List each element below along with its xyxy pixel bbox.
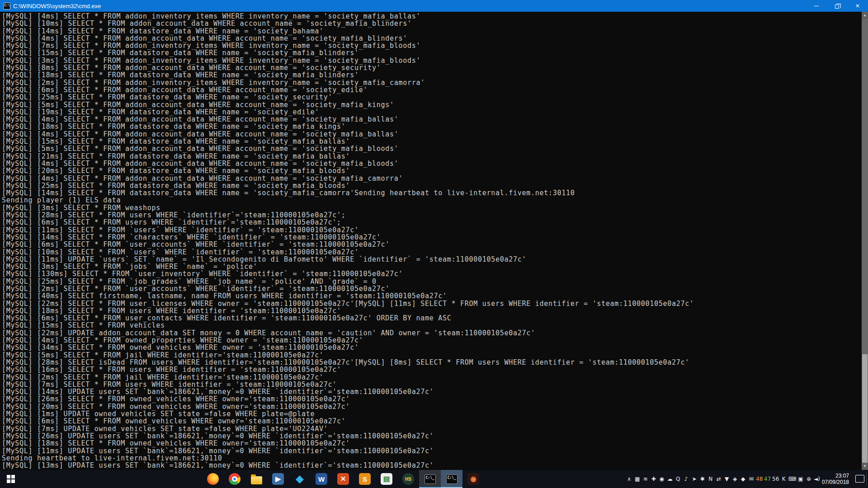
taskbar-app-button-firefox[interactable] xyxy=(202,470,224,488)
start-button[interactable] xyxy=(0,470,22,488)
tray-icon[interactable]: K xyxy=(780,476,788,482)
taskbar-clock[interactable]: 23:07 07/09/2018 xyxy=(822,470,849,488)
console-line: [MySQL] [20ms] SELECT * FROM datastore_d… xyxy=(2,167,862,174)
console-line: [MySQL] [5ms] SELECT * FROM jail WHERE i… xyxy=(2,352,862,359)
tray-icon[interactable]: ☁ xyxy=(666,476,674,482)
tray-icon[interactable]: ⌨ xyxy=(788,476,797,482)
app-icon: ✕ xyxy=(337,473,349,485)
console-line: [MySQL] [6ms] SELECT * FROM user_contact… xyxy=(2,314,862,322)
console-line: [MySQL] [11ms] UPDATE `users` SET `name`… xyxy=(2,256,862,263)
taskbar-app-button-movies-app[interactable]: ▶ xyxy=(267,470,289,488)
action-center-icon[interactable] xyxy=(855,475,864,483)
console-output[interactable]: [MySQL] [4ms] SELECT * FROM addon_invent… xyxy=(0,12,862,470)
scrollbar-thumb[interactable] xyxy=(862,354,868,466)
minimize-icon xyxy=(814,6,819,6)
console-line: [MySQL] [4ms] SELECT * FROM addon_accoun… xyxy=(2,175,862,182)
tray-icon[interactable]: ➤ xyxy=(690,476,698,482)
console-line: [MySQL] [22ms] UPDATE addon_account_data… xyxy=(2,329,862,337)
titlebar[interactable]: C:\ C:\WINDOWS\system32\cmd.exe ✕ xyxy=(0,0,868,12)
console-line: [MySQL] [6ms] SELECT * FROM users WHERE … xyxy=(2,219,862,226)
console-line: [MySQL] [1ms] UPDATE owned_vehicles SET … xyxy=(2,410,862,418)
tray-icon[interactable]: ▦ xyxy=(633,476,642,482)
console-line: [MySQL] [11ms] SELECT * FROM `users` WHE… xyxy=(2,226,862,234)
tray-icon[interactable]: ✱ xyxy=(698,476,707,482)
taskbar-app-button-media-editor[interactable]: ◉ xyxy=(462,470,484,488)
console-line: [MySQL] [2ms] SELECT * FROM addon_invent… xyxy=(2,79,862,86)
console-line: Sending player (1) ELS data xyxy=(2,197,862,204)
taskbar-app-button-notes-app[interactable]: ▤ xyxy=(376,470,397,488)
tray-icon[interactable]: ⇄ xyxy=(715,476,723,482)
taskbar-app-button-diamond-app[interactable]: ◆ xyxy=(289,470,311,488)
tray-icon[interactable]: ∧ xyxy=(625,476,633,482)
tray-icon[interactable]: ◈ xyxy=(731,476,739,482)
tray-icon[interactable]: N xyxy=(707,476,715,482)
console-line: [MySQL] [4ms] SELECT * FROM addon_accoun… xyxy=(2,160,862,167)
tray-icon[interactable]: 48 xyxy=(755,476,764,482)
app-icon: C:\_ xyxy=(425,474,436,484)
console-line: [MySQL] [10ms] SELECT * FROM addon_accou… xyxy=(2,20,862,27)
console-line: [MySQL] [5ms] SELECT * FROM addon_accoun… xyxy=(2,101,862,108)
console-line: [MySQL] [4ms] SELECT * FROM owned_proper… xyxy=(2,337,862,344)
tray-icon[interactable]: ▣ xyxy=(797,476,805,482)
console-line: [MySQL] [14ms] SELECT * FROM datastore_d… xyxy=(2,28,862,35)
restore-icon xyxy=(835,5,839,9)
console-line: [MySQL] [18ms] SELECT * FROM owned_vehic… xyxy=(2,440,862,447)
scroll-up-icon[interactable]: ▲ xyxy=(862,12,868,19)
console-line: [MySQL] [34ms] SELECT * FROM owned_vehic… xyxy=(2,344,862,351)
taskbar-apps: ▶ ◆ W ✕ S ▤ HS C:\_ C:\_ ◉ xyxy=(202,470,484,488)
app-icon: ▶ xyxy=(272,473,284,485)
console-line: [MySQL] [10ms] SELECT * FROM `users` WHE… xyxy=(2,249,862,256)
console-line: [MySQL] [25ms] SELECT * FROM `job_grades… xyxy=(2,278,862,285)
console-line: [MySQL] [14ms] SELECT * FROM `characters… xyxy=(2,234,862,241)
cmd-window: C:\ C:\WINDOWS\system32\cmd.exe ✕ [MySQL… xyxy=(0,0,868,470)
tray-icon[interactable]: 56 xyxy=(772,476,780,482)
app-icon: C:\_ xyxy=(446,474,458,484)
taskbar-app-button-file-explorer[interactable] xyxy=(245,470,267,488)
console-line: [MySQL] [25ms] SELECT * FROM datastore_d… xyxy=(2,94,862,101)
tray-icon[interactable]: ♪ xyxy=(682,476,690,482)
tray-icon[interactable]: ◉ xyxy=(658,476,666,482)
taskbar-app-button-cmd[interactable]: C:\_ xyxy=(419,470,441,488)
taskbar-app-button-s-app[interactable]: S xyxy=(354,470,376,488)
console-line: [MySQL] [15ms] SELECT * FROM datastore_d… xyxy=(2,138,862,145)
tray-icon[interactable]: ≋ xyxy=(642,476,650,482)
console-line: [MySQL] [15ms] SELECT * FROM vehicles xyxy=(2,322,862,329)
taskbar-app-button-chrome[interactable] xyxy=(224,470,245,488)
show-desktop-button[interactable] xyxy=(866,473,868,485)
console-line: [MySQL] [25ms] SELECT * FROM datastore_d… xyxy=(2,182,862,189)
tray-icon[interactable]: ✚ xyxy=(650,476,658,482)
taskbar-app-button-console-user[interactable]: C:\_ xyxy=(441,470,462,488)
console-line: [MySQL] [130ms] SELECT * FROM `user_inve… xyxy=(2,270,862,277)
tray-icon[interactable]: Q xyxy=(674,476,682,482)
console-line: [MySQL] [26ms] UPDATE users SET `bank`=1… xyxy=(2,432,862,440)
console-line: [MySQL] [11ms] UPDATE users SET `bank`=1… xyxy=(2,447,862,455)
taskbar-app-button-word[interactable]: W xyxy=(311,470,332,488)
app-icon: W xyxy=(316,473,327,485)
console-line: [MySQL] [18ms] SELECT * FROM datastore_d… xyxy=(2,71,862,79)
console-line: [MySQL] [26ms] SELECT * FROM owned_vehic… xyxy=(2,395,862,403)
app-icon: ▤ xyxy=(381,473,392,485)
tray-icon[interactable]: 47 xyxy=(764,476,772,482)
tray-icon[interactable]: ▼ xyxy=(723,476,731,482)
app-icon xyxy=(251,476,262,484)
scroll-down-icon[interactable]: ▼ xyxy=(862,463,868,470)
taskbar: ▶ ◆ W ✕ S ▤ HS C:\_ C:\_ ◉ ∧▦≋✚◉☁Q♪➤✱N⇄▼… xyxy=(0,470,868,488)
console-line: [MySQL] [40ms] SELECT firstname, lastnam… xyxy=(2,292,862,300)
cmd-icon-text: C:\ xyxy=(4,3,10,7)
console-line: [MySQL] [6ms] SELECT * FROM `user_accoun… xyxy=(2,241,862,248)
console-line: [MySQL] [4ms] SELECT * FROM addon_accoun… xyxy=(2,116,862,123)
console-line: [MySQL] [14ms] UPDATE users SET `bank`=1… xyxy=(2,388,862,395)
tray-icon[interactable]: ✉ xyxy=(747,476,755,482)
console-line: [MySQL] [5ms] SELECT * FROM addon_accoun… xyxy=(2,145,862,152)
taskbar-app-button-hs-app[interactable]: HS xyxy=(397,470,419,488)
console-line: [MySQL] [15ms] SELECT * FROM datastore_d… xyxy=(2,49,862,56)
console-line: [MySQL] [6ms] SELECT * FROM addon_accoun… xyxy=(2,86,862,94)
tray-icon[interactable]: ◆ xyxy=(739,476,747,482)
taskbar-app-button-x-app[interactable]: ✕ xyxy=(332,470,354,488)
tray-icon[interactable]: ◄) xyxy=(813,476,821,482)
restore-button[interactable] xyxy=(826,0,847,12)
scrollbar[interactable]: ▲ ▼ xyxy=(862,12,868,470)
minimize-button[interactable] xyxy=(806,0,826,12)
close-button[interactable]: ✕ xyxy=(847,0,868,12)
tray-icon[interactable]: ⊕ xyxy=(805,476,813,482)
